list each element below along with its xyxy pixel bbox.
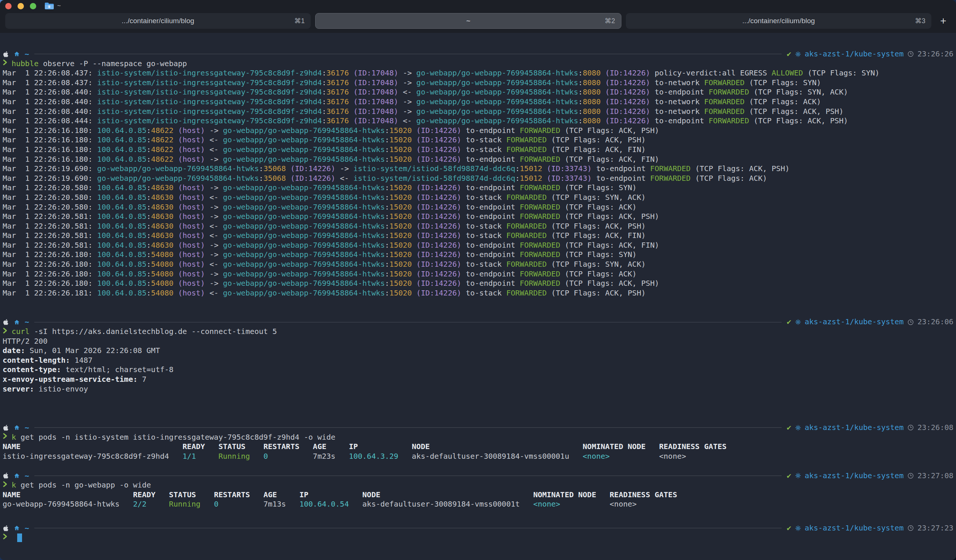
text-segment: (ID:14226): [417, 288, 461, 297]
text-segment: (ID:14226): [605, 116, 650, 125]
command-args: get pods -n istio-system istio-ingressga…: [16, 433, 335, 442]
text-segment: 100.64.0.85: [97, 203, 146, 211]
text-segment: Mar 1 22:26:20.580:: [3, 193, 97, 202]
text-segment: STATUS: [169, 490, 214, 499]
text-segment: (TCP Flags: ACK, PSH): [560, 212, 659, 221]
text-segment: :: [146, 145, 151, 154]
text-segment: go-webapp/go-webapp-7699458864-htwks: [417, 68, 578, 77]
text-segment: 36176: [326, 68, 349, 77]
text-segment: ->: [205, 203, 223, 211]
success-check-icon: ✔: [787, 471, 791, 481]
zoom-button[interactable]: [30, 3, 36, 9]
text-segment: to-endpoint: [591, 164, 650, 173]
text-segment: to-endpoint: [591, 174, 650, 182]
text-segment: (host): [178, 193, 205, 202]
text-segment: server:: [3, 384, 34, 393]
text-segment: 100.64.0.85: [97, 212, 146, 221]
text-segment: Sun, 01 Mar 2026 22:26:08 GMT: [25, 346, 160, 355]
text-segment: <none>: [583, 451, 659, 461]
text-segment: 54080: [151, 279, 173, 288]
text-segment: <-: [205, 145, 223, 154]
path-tilde: ~: [25, 524, 29, 533]
tab-2-active[interactable]: ~ ⌘2: [315, 13, 621, 29]
text-segment: FORWARDED: [704, 107, 745, 116]
prompt-chevron-icon: [3, 480, 12, 491]
text-segment: (ID:14226): [605, 68, 650, 77]
text-segment: READY: [182, 442, 219, 451]
text-segment: (TCP Flags: SYN, ACK): [547, 193, 646, 202]
text-segment: FORWARDED: [520, 155, 560, 164]
terminal-block: ~✔aks-azst-1/kube-system23:26:26hubble o…: [3, 49, 953, 298]
text-segment: :: [322, 68, 326, 77]
text-segment: [174, 269, 178, 278]
text-segment: Mar 1 22:26:08.444:: [3, 116, 97, 125]
text-segment: 15020: [390, 250, 412, 259]
text-segment: to-stack: [461, 135, 506, 144]
text-segment: 100.64.0.85: [97, 288, 146, 297]
text-segment: 15020: [390, 222, 412, 231]
text-segment: go-webapp/go-webapp-7699458864-htwks: [417, 116, 578, 125]
text-segment: :: [578, 116, 583, 125]
text-segment: :: [146, 212, 151, 221]
tab-1[interactable]: .../container/cilium/blog ⌘1: [5, 13, 311, 29]
text-segment: <-: [205, 231, 223, 240]
text-segment: :: [322, 116, 326, 125]
text-segment: FORWARDED: [520, 203, 560, 211]
window-titlebar: ~: [0, 0, 956, 12]
new-tab-button[interactable]: +: [936, 13, 951, 28]
text-segment: 15020: [390, 241, 412, 250]
text-segment: FORWARDED: [506, 222, 547, 231]
command-line: hubble observe -P --namespace go-webapp: [3, 59, 953, 69]
tab-3[interactable]: .../container/cilium/blog ⌘3: [626, 13, 931, 29]
prompt-chevron-icon: [3, 533, 12, 543]
text-segment: (TCP Flags: ACK, PSH): [547, 222, 646, 231]
clock-icon: [907, 425, 914, 431]
text-segment: istio-system/istiod-58fd98874d-ddc6q: [353, 164, 515, 173]
kube-context: aks-azst-1/kube-system: [805, 524, 904, 533]
text-segment: :: [385, 250, 390, 259]
text-segment: :: [385, 126, 390, 135]
text-segment: :: [578, 78, 583, 87]
text-segment: 0: [214, 499, 263, 508]
text-segment: Mar 1 22:26:16.180:: [3, 145, 97, 154]
text-segment: 36176: [326, 107, 349, 116]
text-segment: 48622: [151, 145, 173, 154]
flow-line: Mar 1 22:26:26.180: 100.64.0.85:54080 (h…: [3, 269, 953, 279]
text-segment: [412, 279, 417, 288]
text-segment: 15020: [390, 260, 412, 269]
text-segment: go-webapp/go-webapp-7699458864-htwks: [223, 183, 385, 192]
text-segment: to-stack: [461, 145, 506, 154]
text-segment: to-network: [650, 97, 704, 106]
text-segment: 7m23s: [313, 451, 349, 461]
flow-line: Mar 1 22:26:16.180: 100.64.0.85:48622 (h…: [3, 135, 953, 145]
text-segment: 35068: [263, 174, 286, 182]
text-segment: [174, 183, 178, 192]
text-segment: 7m13s: [263, 499, 299, 508]
text-segment: (host): [178, 203, 205, 211]
text-segment: ->: [205, 212, 223, 221]
text-segment: (ID:14226): [417, 193, 461, 202]
text-segment: (TCP Flags: ACK, PSH): [749, 116, 848, 125]
text-segment: to-network: [650, 78, 704, 87]
text-segment: IP: [349, 442, 412, 451]
terminal-scrollback[interactable]: ~✔aks-azst-1/kube-system23:26:26hubble o…: [0, 33, 956, 560]
text-segment: (host): [178, 212, 205, 221]
close-button[interactable]: [5, 3, 12, 9]
text-segment: 100.64.0.85: [97, 222, 146, 231]
prompt-separator: [35, 427, 781, 428]
text-segment: FORWARDED: [520, 250, 560, 259]
minimize-button[interactable]: [17, 3, 24, 9]
command-line: k get pods -n go-webapp -o wide: [3, 480, 953, 490]
text-segment: [542, 164, 547, 173]
text-segment: [349, 107, 353, 116]
text-segment: Mar 1 22:26:26.180:: [3, 269, 97, 278]
text-segment: istio-envoy: [34, 384, 88, 393]
text-segment: :: [146, 135, 151, 144]
text-segment: FORWARDED: [520, 183, 560, 192]
text-segment: [349, 97, 353, 106]
text-segment: Mar 1 22:26:26.181:: [3, 288, 97, 297]
home-icon: [13, 319, 20, 326]
text-segment: [349, 68, 353, 77]
flow-line: Mar 1 22:26:19.690: go-webapp/go-webapp-…: [3, 164, 953, 174]
text-segment: (TCP Flags: SYN): [560, 183, 637, 192]
